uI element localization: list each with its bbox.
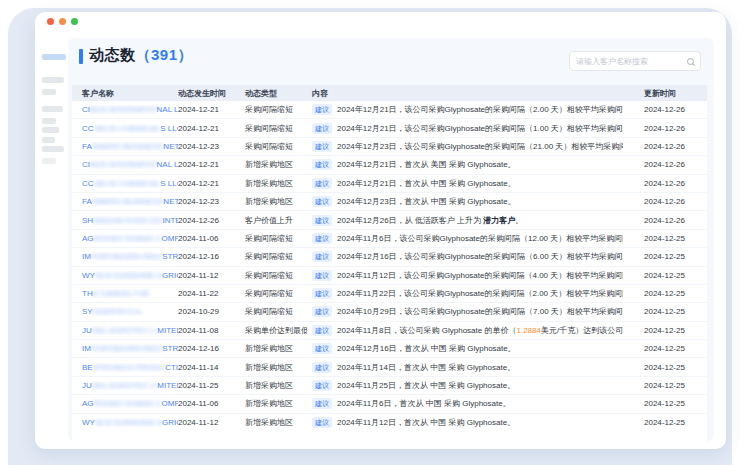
search-icon[interactable] (687, 58, 694, 65)
occurred-time-cell: 2024-12-21 (178, 124, 240, 133)
sidebar-item[interactable] (42, 137, 55, 143)
updated-time-cell: 2024-12-25 (623, 381, 707, 390)
sidebar-item-active[interactable] (42, 54, 66, 60)
sidebar-item[interactable] (42, 127, 59, 133)
customer-name-masked: NGENTA S.A. (93, 307, 143, 316)
customer-name-masked: BUS INTERNATIO (90, 160, 157, 169)
suggestion-badge: 建议 (312, 104, 332, 115)
table-row[interactable]: FARMERS BUSINESSNET...2024-12-23新增采购地区建议… (72, 193, 707, 211)
suggestion-badge: 建议 (312, 233, 332, 244)
customer-name-suffix: S LLC (160, 124, 178, 133)
table-row[interactable]: WYNCA SUNSHINE AGRIC ...2024-11-12采购间隔缩短… (72, 267, 707, 285)
content-segment: 2024年12月21日，首次从 美国 采购 Glyphosate。 (337, 160, 516, 169)
window-minimize-dot[interactable] (59, 18, 66, 25)
customer-name-prefix: JU (82, 326, 92, 335)
customer-name-link[interactable]: BESTRONICS PRODUCTIO... (82, 363, 178, 372)
table-row[interactable]: AGROHAO SHANG COMPA...2024-11-06新增采购地区建议… (72, 395, 707, 413)
content-cell: 建议2024年12月23日，该公司采购Glyphosate的采购间隔（21.00… (307, 141, 623, 152)
sidebar-item[interactable] (42, 89, 56, 95)
customer-name-link[interactable]: THE CANDEL F2E (82, 289, 178, 298)
sidebar-item[interactable] (42, 146, 64, 152)
occurred-time-cell: 2024-11-06 (178, 399, 240, 408)
occurred-time-cell: 2024-11-06 (178, 234, 240, 243)
table-row[interactable]: CIBUS INTERNATIONAL L...2024-12-21新增采购地区… (72, 156, 707, 174)
content-text: 2024年12月21日，首次从 美国 采购 Glyphosate。 (337, 159, 516, 170)
content-cell: 建议2024年11月14日，首次从 中国 采购 Glyphosate。 (307, 362, 623, 373)
customer-name-link[interactable]: WYNCA SUNSHINE AGRIC ... (82, 271, 178, 280)
content-text: 2024年11月22日，该公司采购Glyphosate的采购间隔（2.00 天）… (337, 288, 623, 299)
customer-name-masked: ANGHAI EVER GO (93, 216, 162, 225)
content-segment: 2024年11月6日，该公司采购Glyphosate的采购间隔（12.00 天）… (337, 234, 623, 243)
customer-name-suffix: S LLC (160, 179, 178, 188)
content-segment: 2024年12月21日，该公司采购Glyphosate的采购间隔（2.00 天）… (337, 105, 623, 114)
customer-name-suffix: GRIC ... (162, 271, 178, 280)
customer-name-link[interactable]: AGROHAO SHANG COMPA... (82, 399, 178, 408)
window-close-dot[interactable] (47, 18, 54, 25)
window-maximize-dot[interactable] (71, 18, 78, 25)
customer-name-suffix: STRIA... (162, 252, 178, 261)
table-row[interactable]: JUSNL AGROTEC LIMITED2024-11-25新增采购地区建议2… (72, 377, 707, 395)
table-row[interactable]: CCHELIS CHEMICALS LLC2024-12-21采购间隔缩短建议2… (72, 119, 707, 137)
updated-time-cell: 2024-12-26 (623, 160, 707, 169)
title-accent-bar (79, 49, 83, 64)
customer-name-link[interactable]: JUSNL AGROTEC LIMITED (82, 326, 178, 335)
customer-name-link[interactable]: AGROHAO SHANG COMPA... (82, 234, 178, 243)
content-text: 2024年12月16日，该公司采购Glyphosate的采购间隔（6.00 天）… (337, 251, 623, 262)
customer-name-masked: HELIS CHEMICAL (94, 179, 161, 188)
table-row[interactable]: SYNGENTA S.A.2024-10-29采购间隔缩短建议2024年10月2… (72, 303, 707, 321)
customer-name-link[interactable]: CCHELIS CHEMICALS LLC (82, 124, 178, 133)
customer-name-suffix: MITED (157, 326, 178, 335)
customer-name-link[interactable]: IMPORTADORA INDUSTRIA... (82, 344, 178, 353)
dynamic-type-cell: 新增采购地区 (240, 362, 307, 373)
table-row[interactable]: AGROHAO SHANG COMPA...2024-11-06采购间隔缩短建议… (72, 230, 707, 248)
content-cell: 建议2024年12月21日，该公司采购Glyphosate的采购间隔（2.00 … (307, 104, 623, 115)
table-row[interactable]: CCHELIS CHEMICALS LLC2024-12-21新增采购地区建议2… (72, 175, 707, 193)
suggestion-badge: 建议 (312, 251, 332, 262)
customer-name-link[interactable]: IMPORTADORA INDUSTRIA... (82, 252, 178, 261)
updated-time-cell: 2024-12-25 (623, 289, 707, 298)
suggestion-badge: 建议 (312, 306, 332, 317)
customer-name-masked: STRONICS PRODU (93, 363, 165, 372)
customer-name-link[interactable]: FARMERS BUSINESSNET... (82, 142, 178, 151)
customer-name-masked: NCA SUNSHINE A (95, 418, 162, 427)
customer-name-suffix: OMPA... (162, 234, 178, 243)
sidebar-item[interactable] (42, 118, 56, 124)
table-row[interactable]: THE CANDEL F2E2024-11-22采购间隔缩短建议2024年11月… (72, 285, 707, 303)
dynamics-table: 客户名称 动态发生时间 动态类型 内容 更新时间 CIBUS INTERNATI… (72, 85, 707, 441)
suggestion-badge: 建议 (312, 141, 332, 152)
dynamic-type-cell: 采购单价达到最低值 (240, 325, 307, 336)
dynamic-type-cell: 新增采购地区 (240, 178, 307, 189)
table-row[interactable]: JUSNL AGROTEC LIMITED2024-11-08采购单价达到最低值… (72, 322, 707, 340)
table-row[interactable]: FARMERS BUSINESSNET...2024-12-23采购间隔缩短建议… (72, 138, 707, 156)
table-row[interactable]: WYNCA SUNSHINE AGRIC ...2024-11-12新增采购地区… (72, 414, 707, 432)
sidebar-item[interactable] (42, 77, 64, 83)
customer-name-cell: JUSNL AGROTEC LIMITED (72, 381, 178, 390)
customer-name-prefix: CI (82, 160, 90, 169)
content-segment: 2024年12月23日，首次从 中国 采购 Glyphosate。 (337, 197, 516, 206)
updated-time-cell: 2024-12-25 (623, 344, 707, 353)
customer-name-link[interactable]: CCHELIS CHEMICALS LLC (82, 179, 178, 188)
table-row[interactable]: BESTRONICS PRODUCTIO...2024-11-14新增采购地区建… (72, 358, 707, 376)
table-row[interactable]: SHANGHAI EVER GOINTER...2024-12-26客户价值上升… (72, 211, 707, 229)
customer-name-cell: WYNCA SUNSHINE AGRIC ... (72, 271, 178, 280)
customer-name-link[interactable]: CIBUS INTERNATIONAL L... (82, 105, 178, 114)
sidebar-item[interactable] (42, 106, 63, 112)
customer-name-link[interactable]: SHANGHAI EVER GOINTER... (82, 216, 178, 225)
customer-name-prefix: CI (82, 105, 90, 114)
customer-name-prefix: IM (82, 252, 91, 261)
customer-name-cell: THE CANDEL F2E (72, 289, 178, 298)
updated-time-cell: 2024-12-25 (623, 252, 707, 261)
search-input[interactable] (576, 57, 687, 66)
table-row[interactable]: CIBUS INTERNATIONAL L...2024-12-21采购间隔缩短… (72, 101, 707, 119)
customer-name-link[interactable]: JUSNL AGROTEC LIMITED (82, 381, 178, 390)
table-row[interactable]: IMPORTADORA INDUSTRIA...2024-12-16新增采购地区… (72, 340, 707, 358)
table-row[interactable]: IMPORTADORA INDUSTRIA...2024-12-16采购间隔缩短… (72, 248, 707, 266)
content-cell: 建议2024年12月21日，首次从 中国 采购 Glyphosate。 (307, 178, 623, 189)
sidebar (42, 54, 68, 164)
customer-name-link[interactable]: WYNCA SUNSHINE AGRIC ... (82, 418, 178, 427)
customer-name-link[interactable]: SYNGENTA S.A. (82, 307, 178, 316)
sidebar-item[interactable] (42, 158, 56, 164)
suggestion-badge: 建议 (312, 380, 332, 391)
customer-name-link[interactable]: FARMERS BUSINESSNET... (82, 197, 178, 206)
customer-name-link[interactable]: CIBUS INTERNATIONAL L... (82, 160, 178, 169)
